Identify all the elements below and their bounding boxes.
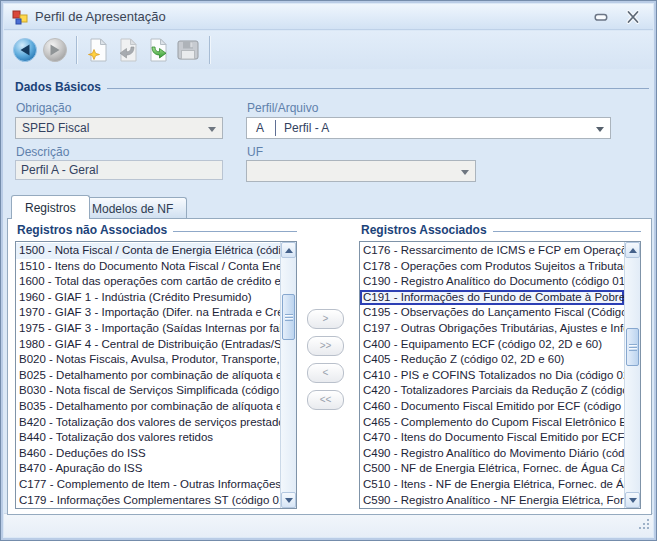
undo-icon: [115, 37, 141, 63]
tab-modelos-de-nf[interactable]: Modelos de NF: [78, 197, 187, 219]
move-all-left-button[interactable]: <<: [307, 390, 344, 410]
next-record-button[interactable]: [40, 34, 70, 66]
list-item[interactable]: C405 - Redução Z (código 02, 2D e 60): [360, 352, 624, 368]
previous-record-button[interactable]: [10, 34, 40, 66]
list-item[interactable]: C510 - Itens - NF de Energia Elétrica, F…: [360, 477, 624, 493]
next-record-icon: [42, 37, 68, 63]
list-item[interactable]: C190 - Registro Analítico do Documento (…: [360, 274, 624, 290]
list-item[interactable]: B470 - Apuração do ISS: [16, 461, 280, 477]
list-item[interactable]: C195 - Observações do Lançamento Fiscal …: [360, 305, 624, 321]
group-line: [107, 88, 649, 89]
list-item[interactable]: 1510 - Itens do Documento Nota Fiscal / …: [16, 259, 280, 275]
registros-associados-list[interactable]: C176 - Ressarcimento de ICMS e FCP em Op…: [359, 241, 641, 509]
list-item[interactable]: C465 - Complemento do Cupom Fiscal Eletr…: [360, 415, 624, 431]
obrigacao-select[interactable]: SPED Fiscal: [15, 117, 223, 139]
list-item[interactable]: C420 - Totalizadores Parciais da Redução…: [360, 383, 624, 399]
perfil-value: Perfil - A: [284, 121, 329, 135]
dados-basicos-title: Dados Básicos: [15, 80, 101, 94]
titlebar: Perfil de Apresentação: [4, 4, 653, 30]
statusbar: [4, 513, 653, 537]
list-item[interactable]: C400 - Equipamento ECF (código 02, 2D e …: [360, 337, 624, 353]
list-item[interactable]: C178 - Operações com Produtos Sujeitos a…: [360, 259, 624, 275]
toolbar-separator: [76, 36, 77, 64]
right-list-scrollbar[interactable]: [624, 242, 640, 508]
list-item[interactable]: B440 - Totalização dos valores retidos: [16, 430, 280, 446]
chevron-down-icon: [596, 127, 604, 132]
triangle-down-icon: [285, 498, 293, 503]
uf-select[interactable]: [246, 160, 476, 182]
save-button[interactable]: [173, 34, 203, 66]
close-button[interactable]: [621, 8, 645, 26]
list-item[interactable]: 1600 - Total das operações com cartão de…: [16, 274, 280, 290]
descricao-label: Descrição: [16, 145, 69, 159]
scroll-up-button[interactable]: [625, 242, 640, 258]
list-item[interactable]: B460 - Deduções do ISS: [16, 446, 280, 462]
obrigacao-value: SPED Fiscal: [22, 121, 89, 135]
scroll-up-button[interactable]: [281, 242, 296, 258]
combo-divider: [275, 120, 276, 136]
minimize-button[interactable]: [589, 8, 613, 26]
toolbar-separator: [209, 36, 210, 64]
transfer-buttons: >>><<<: [307, 309, 344, 417]
list-item[interactable]: C490 - Registro Analítico do Movimento D…: [360, 446, 624, 462]
new-record-button[interactable]: [83, 34, 113, 66]
list-item[interactable]: B020 - Notas Fiscais, Avulsa, Produtor, …: [16, 352, 280, 368]
chevron-down-icon: [208, 127, 216, 132]
list-item[interactable]: 1960 - GIAF 1 - Indústria (Crédito Presu…: [16, 290, 280, 306]
list-item[interactable]: C197 - Outras Obrigações Tributárias, Aj…: [360, 321, 624, 337]
list-item[interactable]: B030 - Nota fiscal de Serviços Simplific…: [16, 383, 280, 399]
scroll-track[interactable]: [625, 258, 640, 492]
perfil-code: A: [249, 121, 271, 135]
move-right-button[interactable]: >: [307, 309, 344, 329]
list-item[interactable]: C176 - Ressarcimento de ICMS e FCP em Op…: [360, 243, 624, 259]
list-item[interactable]: 1970 - GIAF 3 - Importação (Difer. na En…: [16, 305, 280, 321]
confirm-icon: [145, 37, 171, 63]
list-item[interactable]: 1980 - GIAF 4 - Central de Distribuição …: [16, 337, 280, 353]
list-item[interactable]: C191 - Informações do Fundo de Combate à…: [360, 290, 624, 306]
list-item[interactable]: C470 - Itens do Documento Fiscal Emitido…: [360, 430, 624, 446]
list-item[interactable]: C179 - Informações Complementares ST (có…: [16, 493, 280, 509]
list-item[interactable]: B025 - Detalhamento por combinação de al…: [16, 368, 280, 384]
perfil-arquivo-select[interactable]: A Perfil - A: [246, 117, 611, 139]
list-item[interactable]: 1975 - GIAF 3 - Importação (Saídas Inter…: [16, 321, 280, 337]
registros-associados-group: Registros Associados: [361, 223, 641, 237]
list-item[interactable]: B420 - Totalização dos valores de serviç…: [16, 415, 280, 431]
registros-nao-associados-list[interactable]: 1500 - Nota Fiscal / Conta de Energia El…: [15, 241, 297, 509]
descricao-input[interactable]: Perfil A - Geral: [15, 160, 223, 180]
obrigacao-label: Obrigação: [16, 101, 71, 115]
tab-label: Modelos de NF: [92, 202, 173, 216]
scroll-thumb[interactable]: [282, 294, 295, 340]
triangle-down-icon: [629, 498, 637, 503]
list-item[interactable]: B035 - Detalhamento por combinação de al…: [16, 399, 280, 415]
list-item[interactable]: C500 - NF de Energia Elétrica, Fornec. d…: [360, 461, 624, 477]
tab-registros[interactable]: Registros: [11, 195, 90, 219]
move-left-button[interactable]: <: [307, 363, 344, 383]
list-item[interactable]: C590 - Registro Analítico - NF Energia E…: [360, 493, 624, 509]
list-item[interactable]: C410 - PIS e COFINS Totalizados no Dia (…: [360, 368, 624, 384]
group-line: [493, 231, 641, 232]
scroll-track[interactable]: [281, 258, 296, 492]
confirm-button[interactable]: [143, 34, 173, 66]
left-list-items: 1500 - Nota Fiscal / Conta de Energia El…: [16, 242, 280, 508]
save-icon: [175, 37, 201, 63]
dados-basicos-group: Dados Básicos: [15, 80, 649, 94]
perfil-arquivo-label: Perfil/Arquivo: [247, 101, 318, 115]
left-list-scrollbar[interactable]: [280, 242, 296, 508]
undo-button[interactable]: [113, 34, 143, 66]
scroll-thumb[interactable]: [626, 328, 639, 366]
form-icon: [12, 9, 28, 25]
scroll-down-button[interactable]: [625, 492, 640, 508]
left-list-title: Registros não Associados: [17, 223, 167, 237]
resize-grip-icon[interactable]: [638, 516, 650, 534]
tab-label: Registros: [25, 201, 76, 215]
right-list-title: Registros Associados: [361, 223, 487, 237]
list-item[interactable]: 1500 - Nota Fiscal / Conta de Energia El…: [16, 243, 280, 259]
scroll-down-button[interactable]: [281, 492, 296, 508]
close-icon: [625, 9, 641, 25]
perfil-apresentacao-window: Perfil de Apresentação: [0, 0, 657, 541]
list-item[interactable]: C460 - Documento Fiscal Emitido por ECF …: [360, 399, 624, 415]
uf-label: UF: [247, 145, 263, 159]
minimize-icon: [593, 9, 609, 25]
list-item[interactable]: C177 - Complemento de Item - Outras Info…: [16, 477, 280, 493]
move-all-right-button[interactable]: >>: [307, 336, 344, 356]
